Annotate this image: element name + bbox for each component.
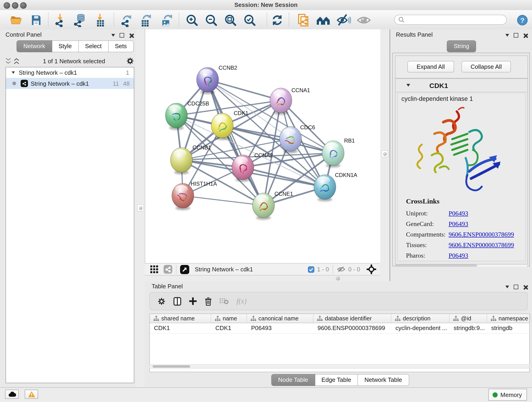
- table-cell[interactable]: CDK1: [150, 323, 211, 333]
- refresh-icon[interactable]: [269, 12, 285, 28]
- export-table-icon[interactable]: [138, 12, 153, 28]
- hide-eye-icon[interactable]: [336, 12, 351, 28]
- eye-icon[interactable]: [356, 12, 372, 28]
- node-CCNB2[interactable]: CCNB2: [196, 65, 237, 94]
- zoom-selected-icon[interactable]: [242, 12, 258, 28]
- right-gutter[interactable]: [380, 29, 389, 281]
- hidden-eye-icon[interactable]: [337, 266, 346, 273]
- add-column-icon[interactable]: [189, 297, 197, 305]
- zoom-out-icon[interactable]: [203, 12, 219, 28]
- export-image-icon[interactable]: [158, 12, 174, 28]
- delete-column-icon[interactable]: [204, 297, 212, 306]
- open-folder-icon[interactable]: [8, 12, 24, 28]
- collection-label: String Network – cdk1: [19, 69, 77, 76]
- gear-icon[interactable]: [126, 57, 134, 65]
- expand-all-button[interactable]: Expand All: [407, 61, 454, 72]
- horizontal-splitter[interactable]: [145, 275, 389, 281]
- close-panel-icon[interactable]: [523, 33, 528, 38]
- node-CDC25B[interactable]: CDC25B: [165, 100, 209, 130]
- node-HIST1H1A[interactable]: HIST1H1A: [172, 181, 217, 210]
- results-scrollbar[interactable]: [395, 264, 527, 267]
- left-splitter-handle[interactable]: [137, 204, 144, 211]
- left-splitter[interactable]: [136, 29, 145, 387]
- homes-icon[interactable]: [316, 12, 331, 28]
- gene-expander-icon[interactable]: [406, 84, 410, 89]
- table-hscrollbar[interactable]: [149, 364, 530, 369]
- tab-sets[interactable]: Sets: [108, 40, 133, 52]
- node-label-CCNA2: CCNA2: [254, 152, 273, 158]
- crosslink-link[interactable]: P06493: [449, 210, 468, 217]
- warning-button[interactable]: [25, 390, 38, 399]
- table-cell[interactable]: stringdb:9...: [450, 323, 487, 333]
- collapse-all-icon[interactable]: [6, 58, 11, 64]
- import-table-icon[interactable]: [92, 12, 108, 28]
- node-CDKN1A[interactable]: CDKN1A: [314, 172, 357, 201]
- tab-network-table[interactable]: Network Table: [358, 374, 409, 386]
- node-CCNE1[interactable]: CCNE1: [253, 191, 293, 220]
- undock-panel-icon[interactable]: [514, 33, 518, 38]
- node-label-CCNB2: CCNB2: [219, 65, 237, 71]
- horizontal-splitter-handle[interactable]: [336, 276, 340, 281]
- undock-panel-icon[interactable]: [120, 33, 124, 38]
- crosslink-link[interactable]: 9606.ENSP00000378699: [449, 241, 514, 249]
- float-panel-icon[interactable]: [505, 286, 509, 290]
- export-network-icon[interactable]: [118, 12, 134, 28]
- network-canvas[interactable]: CCNB2CCNA1CDC25BCDK1CDC6RB1CCNB1CCNA2CDK…: [145, 29, 380, 263]
- node-label-CDKN1A: CDKN1A: [335, 172, 357, 178]
- float-panel-icon[interactable]: [111, 34, 115, 38]
- memory-button[interactable]: Memory: [488, 389, 527, 401]
- network-row[interactable]: String Network – cdk1 11 48: [6, 78, 134, 89]
- tab-edge-table[interactable]: Edge Table: [315, 374, 358, 386]
- table-cell[interactable]: cyclin-dependent ...: [391, 323, 450, 333]
- search-input[interactable]: [394, 15, 507, 25]
- right-splitter-handle[interactable]: [381, 150, 388, 157]
- column-header-shared-name[interactable]: shared name: [150, 314, 211, 323]
- crosslink-link[interactable]: 9606.ENSP00000378699: [449, 231, 514, 238]
- table-cell[interactable]: P06493: [247, 323, 313, 333]
- column-header-namespace[interactable]: namespace: [487, 314, 531, 323]
- tab-style[interactable]: Style: [52, 40, 79, 52]
- share-document-icon[interactable]: [296, 12, 312, 28]
- table-row[interactable]: CDK1CDK1P064939606.ENSP00000378699cyclin…: [150, 323, 529, 334]
- gene-card-header[interactable]: CDK1: [395, 79, 527, 92]
- selected-checkbox-icon[interactable]: [308, 266, 314, 273]
- show-columns-icon[interactable]: [173, 297, 181, 306]
- node-CCNA1[interactable]: CCNA1: [270, 87, 310, 115]
- tab-node-table[interactable]: Node Table: [271, 374, 315, 386]
- collapse-all-button[interactable]: Collapse All: [462, 61, 511, 72]
- column-header-name[interactable]: name: [211, 314, 247, 323]
- close-panel-icon[interactable]: [129, 33, 134, 38]
- expand-all-icon[interactable]: [14, 58, 19, 64]
- collection-expander-icon[interactable]: [12, 71, 15, 75]
- tab-network[interactable]: Network: [17, 40, 52, 52]
- save-icon[interactable]: [28, 12, 44, 28]
- edge-CCNE1-HIST1H1A[interactable]: [183, 196, 264, 205]
- help-icon[interactable]: ?: [515, 12, 530, 28]
- import-database-icon[interactable]: [72, 12, 88, 28]
- table-cell[interactable]: CDK1: [211, 323, 247, 333]
- column-header-@id[interactable]: @id: [450, 314, 487, 323]
- import-network-icon[interactable]: [52, 12, 68, 28]
- grid-view-icon[interactable]: [150, 265, 158, 273]
- crosslink-link[interactable]: P06493: [449, 220, 468, 228]
- node-RB1[interactable]: RB1: [322, 138, 355, 167]
- table-cell[interactable]: 9606.ENSP00000378699: [313, 323, 391, 333]
- zoom-fit-icon[interactable]: [223, 12, 238, 28]
- close-panel-icon[interactable]: [523, 284, 528, 289]
- cloud-button[interactable]: [5, 390, 19, 399]
- float-panel-icon[interactable]: [505, 34, 509, 38]
- crosslink-link[interactable]: P06493: [449, 252, 468, 259]
- column-header-database-identifier[interactable]: database identifier: [313, 314, 391, 323]
- crosshair-icon[interactable]: [367, 264, 376, 274]
- undock-panel-icon[interactable]: [514, 285, 518, 289]
- tab-select[interactable]: Select: [79, 40, 108, 52]
- share-view-icon[interactable]: [164, 265, 172, 274]
- tab-string[interactable]: String: [447, 40, 476, 52]
- gear-icon[interactable]: [157, 297, 166, 306]
- zoom-in-icon[interactable]: [184, 12, 200, 28]
- network-collection-row[interactable]: String Network – cdk1 1: [6, 67, 134, 78]
- column-header-description[interactable]: description: [391, 314, 450, 323]
- table-cell[interactable]: stringdb: [487, 323, 531, 333]
- external-view-icon[interactable]: [180, 265, 189, 274]
- column-header-canonical-name[interactable]: canonical name: [247, 314, 313, 323]
